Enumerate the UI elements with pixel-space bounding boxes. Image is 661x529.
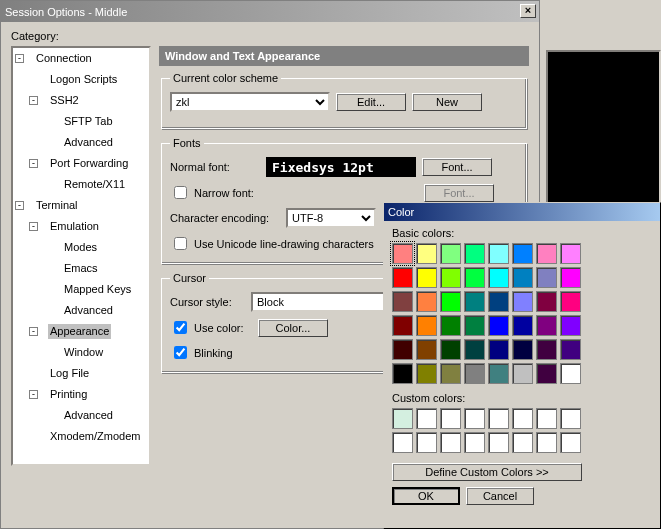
- basic-color-swatch[interactable]: [392, 363, 413, 384]
- basic-color-swatch[interactable]: [488, 291, 509, 312]
- basic-color-swatch[interactable]: [536, 363, 557, 384]
- basic-color-swatch[interactable]: [392, 291, 413, 312]
- basic-color-swatch[interactable]: [560, 339, 581, 360]
- expand-icon[interactable]: -: [29, 159, 38, 168]
- basic-color-swatch[interactable]: [464, 243, 485, 264]
- tree-node-emulation[interactable]: Emulation: [48, 219, 101, 234]
- cursor-style-select[interactable]: Block: [251, 292, 401, 312]
- basic-color-swatch[interactable]: [392, 315, 413, 336]
- custom-color-swatch[interactable]: [440, 408, 461, 429]
- cursor-color-button[interactable]: Color...: [258, 319, 328, 337]
- category-tree[interactable]: -Connection Logon Scripts -SSH2 SFTP Tab…: [11, 46, 151, 466]
- basic-color-swatch[interactable]: [416, 339, 437, 360]
- define-custom-button[interactable]: Define Custom Colors >>: [392, 463, 582, 481]
- basic-color-swatch[interactable]: [512, 291, 533, 312]
- basic-color-swatch[interactable]: [440, 363, 461, 384]
- basic-color-swatch[interactable]: [560, 315, 581, 336]
- basic-color-swatch[interactable]: [536, 243, 557, 264]
- basic-color-swatch[interactable]: [488, 363, 509, 384]
- encoding-select[interactable]: UTF-8: [286, 208, 376, 228]
- basic-color-swatch[interactable]: [440, 315, 461, 336]
- basic-color-swatch[interactable]: [464, 291, 485, 312]
- custom-color-swatch[interactable]: [464, 408, 485, 429]
- custom-color-swatch[interactable]: [440, 432, 461, 453]
- basic-color-swatch[interactable]: [512, 243, 533, 264]
- normal-font-button[interactable]: Font...: [422, 158, 492, 176]
- basic-color-swatch[interactable]: [416, 267, 437, 288]
- tree-node-remotex11[interactable]: Remote/X11: [62, 177, 127, 192]
- basic-color-swatch[interactable]: [464, 363, 485, 384]
- custom-color-swatch[interactable]: [416, 408, 437, 429]
- expand-icon[interactable]: -: [15, 54, 24, 63]
- tree-node-appearance[interactable]: Appearance: [48, 324, 111, 339]
- custom-color-swatch[interactable]: [464, 432, 485, 453]
- basic-color-swatch[interactable]: [560, 267, 581, 288]
- basic-color-swatch[interactable]: [488, 267, 509, 288]
- basic-color-swatch[interactable]: [512, 267, 533, 288]
- tree-node-emacs[interactable]: Emacs: [62, 261, 100, 276]
- custom-color-swatch[interactable]: [392, 432, 413, 453]
- basic-color-swatch[interactable]: [488, 243, 509, 264]
- blinking-checkbox[interactable]: [174, 346, 187, 359]
- basic-color-swatch[interactable]: [536, 267, 557, 288]
- basic-color-swatch[interactable]: [392, 243, 413, 264]
- tree-node-sftp[interactable]: SFTP Tab: [62, 114, 115, 129]
- tree-node-print-adv[interactable]: Advanced: [62, 408, 115, 423]
- basic-color-swatch[interactable]: [536, 291, 557, 312]
- expand-icon[interactable]: -: [29, 390, 38, 399]
- basic-color-swatch[interactable]: [560, 291, 581, 312]
- edit-scheme-button[interactable]: Edit...: [336, 93, 406, 111]
- basic-color-swatch[interactable]: [392, 339, 413, 360]
- cancel-button[interactable]: Cancel: [466, 487, 534, 505]
- tree-node-logon[interactable]: Logon Scripts: [48, 72, 119, 87]
- custom-color-swatch[interactable]: [488, 432, 509, 453]
- basic-color-swatch[interactable]: [416, 243, 437, 264]
- close-button[interactable]: ×: [520, 4, 536, 18]
- expand-icon[interactable]: -: [29, 327, 38, 336]
- basic-color-swatch[interactable]: [416, 363, 437, 384]
- basic-color-swatch[interactable]: [512, 363, 533, 384]
- custom-color-swatch[interactable]: [536, 408, 557, 429]
- tree-node-terminal[interactable]: Terminal: [34, 198, 80, 213]
- custom-color-swatch[interactable]: [512, 408, 533, 429]
- narrow-font-checkbox[interactable]: [174, 186, 187, 199]
- basic-color-swatch[interactable]: [392, 267, 413, 288]
- tree-node-portfwd[interactable]: Port Forwarding: [48, 156, 130, 171]
- basic-color-swatch[interactable]: [488, 339, 509, 360]
- basic-color-swatch[interactable]: [440, 267, 461, 288]
- basic-color-swatch[interactable]: [440, 339, 461, 360]
- custom-color-swatch[interactable]: [488, 408, 509, 429]
- tree-node-ssh2[interactable]: SSH2: [48, 93, 81, 108]
- tree-node-logfile[interactable]: Log File: [48, 366, 91, 381]
- basic-color-swatch[interactable]: [560, 243, 581, 264]
- basic-color-swatch[interactable]: [464, 315, 485, 336]
- custom-color-swatch[interactable]: [560, 432, 581, 453]
- basic-color-swatch[interactable]: [512, 339, 533, 360]
- tree-node-connection[interactable]: Connection: [34, 51, 94, 66]
- new-scheme-button[interactable]: New: [412, 93, 482, 111]
- custom-color-swatch[interactable]: [536, 432, 557, 453]
- basic-color-swatch[interactable]: [536, 339, 557, 360]
- use-color-checkbox[interactable]: [174, 321, 187, 334]
- ok-button[interactable]: OK: [392, 487, 460, 505]
- basic-color-swatch[interactable]: [440, 243, 461, 264]
- custom-color-swatch[interactable]: [416, 432, 437, 453]
- basic-color-swatch[interactable]: [464, 267, 485, 288]
- colorscheme-select[interactable]: zkl: [170, 92, 330, 112]
- tree-node-advanced[interactable]: Advanced: [62, 135, 115, 150]
- basic-color-swatch[interactable]: [416, 291, 437, 312]
- basic-color-swatch[interactable]: [512, 315, 533, 336]
- basic-color-swatch[interactable]: [464, 339, 485, 360]
- tree-node-mappedkeys[interactable]: Mapped Keys: [62, 282, 133, 297]
- tree-node-window[interactable]: Window: [62, 345, 105, 360]
- basic-color-swatch[interactable]: [440, 291, 461, 312]
- tree-node-modes[interactable]: Modes: [62, 240, 99, 255]
- unicode-lines-checkbox[interactable]: [174, 237, 187, 250]
- tree-node-printing[interactable]: Printing: [48, 387, 89, 402]
- basic-color-swatch[interactable]: [560, 363, 581, 384]
- custom-color-swatch[interactable]: [560, 408, 581, 429]
- custom-color-swatch[interactable]: [392, 408, 413, 429]
- tree-node-em-advanced[interactable]: Advanced: [62, 303, 115, 318]
- custom-color-swatch[interactable]: [512, 432, 533, 453]
- basic-color-swatch[interactable]: [488, 315, 509, 336]
